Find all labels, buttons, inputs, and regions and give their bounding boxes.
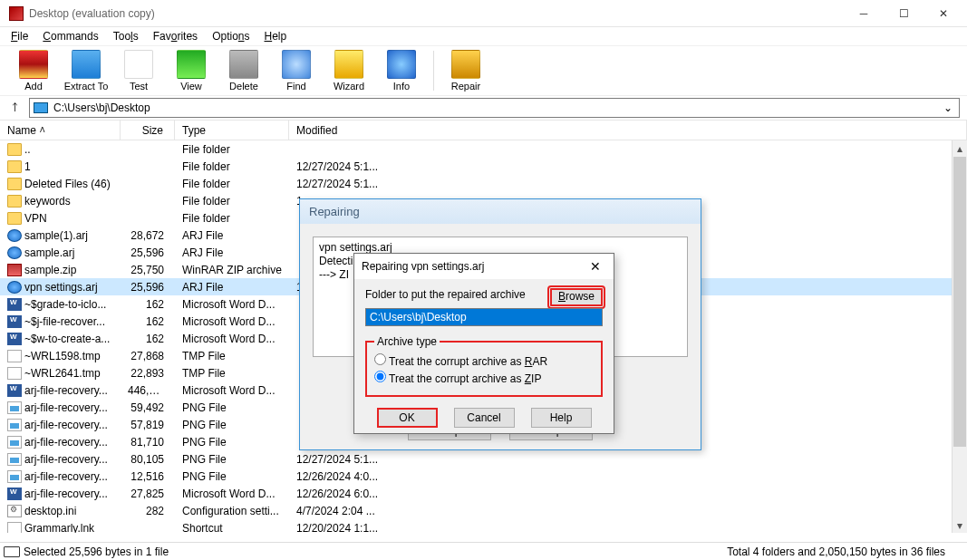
- archive-type-legend: Archive type: [374, 335, 440, 348]
- disk-icon: [34, 102, 48, 113]
- col-name[interactable]: Nameᐱ: [0, 121, 121, 140]
- ok-button[interactable]: OK: [377, 408, 438, 428]
- arj-icon: [7, 229, 22, 242]
- table-row[interactable]: desktop.ini282Configuration setti...4/7/…: [0, 502, 967, 519]
- radio-zip[interactable]: [374, 371, 386, 382]
- address-bar: 🡑 C:\Users\bj\Desktop ⌄: [0, 95, 967, 120]
- word-icon: [7, 384, 22, 397]
- table-row[interactable]: ..File folder: [0, 140, 967, 158]
- word-icon: [7, 333, 22, 345]
- ic-ext-icon: [72, 50, 101, 79]
- table-row[interactable]: 1File folder12/27/2024 5:1...: [0, 158, 967, 175]
- ic-wiz-icon: [334, 50, 363, 79]
- toolbar: AddExtract ToTestViewDeleteFindWizardInf…: [0, 45, 967, 95]
- scroll-down-icon[interactable]: ▾: [952, 517, 967, 533]
- archive-type-group: Archive type Treat the corrupt archive a…: [365, 335, 603, 397]
- scroll-thumb[interactable]: [953, 157, 966, 447]
- menu-help[interactable]: Help: [257, 28, 295, 44]
- word-icon: [7, 298, 22, 311]
- folder-label: Folder to put the repaired archive: [365, 288, 526, 301]
- ic-find-icon: [282, 50, 311, 79]
- maximize-button[interactable]: ☐: [884, 1, 923, 26]
- scroll-up-icon[interactable]: ▴: [952, 140, 967, 156]
- toolbar-repair[interactable]: Repair: [440, 48, 492, 93]
- status-right: Total 4 folders and 2,050,150 bytes in 3…: [727, 546, 963, 558]
- toolbar-find[interactable]: Find: [270, 48, 323, 93]
- folder-input[interactable]: [365, 308, 603, 326]
- zip-icon: [7, 264, 22, 276]
- option-zip[interactable]: Treat the corrupt archive as ZIP: [374, 371, 594, 388]
- status-bar: Selected 25,596 bytes in 1 file Total 4 …: [0, 542, 967, 560]
- table-row[interactable]: arj-file-recovery...12,516PNG File12/26/…: [0, 468, 967, 485]
- toolbar-extract-to[interactable]: Extract To: [60, 48, 112, 93]
- status-left: Selected 25,596 bytes in 1 file: [24, 546, 727, 558]
- titlebar: Desktop (evaluation copy) ─ ☐ ✕: [0, 0, 967, 27]
- menu-tools[interactable]: Tools: [106, 28, 146, 44]
- minimize-button[interactable]: ─: [844, 1, 884, 26]
- menu-options[interactable]: Options: [205, 28, 256, 44]
- column-headers: Nameᐱ Size Type Modified: [0, 120, 967, 140]
- word-icon: [7, 488, 22, 500]
- close-icon[interactable]: ✕: [585, 257, 606, 275]
- radio-rar[interactable]: [374, 353, 386, 365]
- toolbar-test[interactable]: Test: [112, 48, 165, 93]
- scrollbar[interactable]: ▴ ▾: [952, 140, 967, 533]
- table-row[interactable]: arj-file-recovery...80,105PNG File12/27/…: [0, 450, 967, 468]
- png-icon: [7, 401, 22, 414]
- folder-icon: [7, 212, 22, 225]
- ic-rep-icon: [451, 50, 480, 79]
- tmp-icon: [7, 350, 22, 362]
- repair-settings-dialog: Repairing vpn settings.arj ✕ Browse Fold…: [353, 253, 614, 434]
- dialog-titlebar: Repairing vpn settings.arj ✕: [354, 254, 614, 279]
- folder-icon: [7, 195, 22, 208]
- png-icon: [7, 419, 22, 431]
- png-icon: [7, 453, 22, 466]
- menu-favorites[interactable]: Favorites: [146, 28, 205, 44]
- up-icon[interactable]: 🡑: [7, 100, 24, 116]
- ic-view-icon: [177, 50, 206, 79]
- word-icon: [7, 315, 22, 328]
- window-title: Desktop (evaluation copy): [29, 7, 844, 20]
- menu-file[interactable]: File: [4, 28, 35, 44]
- help-button[interactable]: Help: [531, 408, 592, 428]
- arj-icon: [7, 246, 22, 259]
- arj-icon: [7, 281, 22, 294]
- ic-test-icon: [124, 50, 153, 79]
- ic-info-icon: [387, 50, 416, 79]
- chevron-down-icon[interactable]: ⌄: [941, 101, 955, 114]
- option-rar[interactable]: Treat the corrupt archive as RAR: [374, 353, 594, 371]
- menu-commands[interactable]: Commands: [35, 28, 105, 44]
- table-row[interactable]: Grammarly.lnkShortcut12/20/2024 1:1...: [0, 519, 967, 533]
- address-text: C:\Users\bj\Desktop: [53, 101, 150, 114]
- dialog-title: Repairing vpn settings.arj: [362, 260, 585, 273]
- status-icon: [4, 546, 20, 557]
- menubar: File Commands Tools Favorites Options He…: [0, 27, 967, 45]
- png-icon: [7, 470, 22, 483]
- lnk-icon: [7, 522, 22, 534]
- toolbar-add[interactable]: Add: [7, 48, 60, 93]
- folder-icon: [7, 143, 22, 156]
- table-row[interactable]: Deleted Files (46)File folder12/27/2024 …: [0, 175, 967, 192]
- tmp-icon: [7, 367, 22, 380]
- toolbar-view[interactable]: View: [165, 48, 218, 93]
- toolbar-info[interactable]: Info: [375, 48, 428, 93]
- png-icon: [7, 436, 22, 449]
- ic-del-icon: [229, 50, 258, 79]
- folder-icon: [7, 178, 22, 190]
- browse-button[interactable]: Browse: [550, 288, 603, 306]
- ic-add-icon: [19, 50, 48, 79]
- winrar-icon: [9, 6, 24, 21]
- folder-icon: [7, 160, 22, 173]
- close-button[interactable]: ✕: [923, 1, 963, 26]
- table-row[interactable]: arj-file-recovery...27,825Microsoft Word…: [0, 485, 967, 502]
- repairing-title: Repairing: [300, 199, 701, 224]
- ini-icon: [7, 505, 22, 517]
- address-field[interactable]: C:\Users\bj\Desktop ⌄: [29, 98, 960, 118]
- cancel-button[interactable]: Cancel: [454, 408, 515, 428]
- col-type[interactable]: Type: [175, 121, 289, 140]
- col-size[interactable]: Size: [121, 121, 175, 140]
- toolbar-wizard[interactable]: Wizard: [323, 48, 375, 93]
- col-modified[interactable]: Modified: [289, 121, 967, 140]
- toolbar-delete[interactable]: Delete: [218, 48, 270, 93]
